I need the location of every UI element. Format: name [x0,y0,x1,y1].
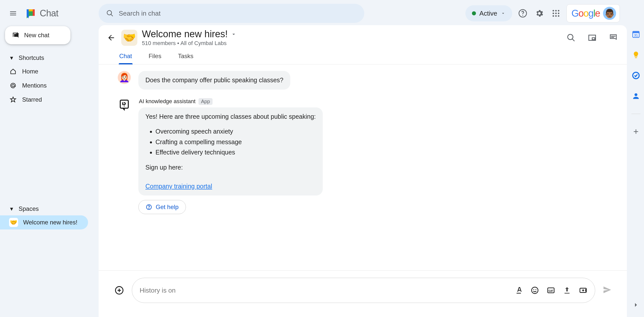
space-avatar: 🤝 [121,30,137,46]
contacts-app-icon[interactable] [631,92,640,101]
new-chat-label: New chat [24,32,49,39]
caret-down-icon: ▾ [9,205,14,212]
shortcuts-header[interactable]: ▾ Shortcuts [0,51,99,64]
svg-point-26 [634,93,637,96]
get-help-button[interactable]: Get help [138,200,186,214]
search-in-space-button[interactable] [565,32,577,44]
handshake-icon: 🤝 [9,218,18,227]
search-input[interactable]: Search in chat [99,4,364,23]
svg-point-6 [555,13,557,14]
search-icon [106,10,114,17]
space-title: Welcome new hires! [142,29,228,39]
apps-button[interactable] [550,7,562,19]
status-active-dot-icon [472,11,476,15]
message-composer[interactable]: GIF [132,278,595,303]
gif-icon[interactable]: GIF [547,286,555,295]
bot-message: Yes! Here are three upcoming classes abo… [138,107,323,196]
chevron-down-icon [501,11,506,16]
space-title-dropdown[interactable]: Welcome new hires! [142,29,237,39]
chat-logo[interactable]: Chat [25,7,58,19]
svg-point-1 [522,15,524,16]
app-badge: App [198,98,213,105]
user-avatar[interactable]: 👨🏾 [603,7,616,20]
user-message-text: Does the company offer public speaking c… [138,71,290,90]
space-subtitle: 510 members • All of Cymbal Labs [142,40,237,47]
nav-starred[interactable]: Starred [0,93,99,107]
keep-app-icon[interactable] [631,50,640,59]
account-switcher[interactable]: Google 👨🏾 [567,4,620,22]
pip-button[interactable] [586,32,598,44]
svg-point-2 [553,10,554,12]
list-item: Crafting a compelling message [155,137,316,147]
mention-icon [9,82,17,90]
svg-point-18 [535,289,536,290]
app-name: Chat [40,8,58,19]
help-circle-icon [146,204,152,210]
svg-point-3 [555,10,557,12]
nav-home[interactable]: Home [0,64,99,78]
help-button[interactable] [517,7,529,19]
training-portal-link[interactable]: Company training portal [145,183,212,190]
svg-point-5 [553,13,554,14]
svg-point-4 [558,10,559,12]
google-logo: Google [571,8,600,19]
main-menu-button[interactable] [7,7,19,19]
message-input[interactable] [140,287,512,294]
format-text-icon[interactable] [514,286,523,295]
svg-point-7 [558,13,559,14]
svg-text:GIF: GIF [549,289,553,292]
back-button[interactable] [106,32,117,43]
svg-text:31: 31 [634,33,638,37]
svg-point-16 [532,287,538,294]
svg-point-8 [553,15,554,17]
tab-chat[interactable]: Chat [118,49,134,64]
spaces-header[interactable]: ▾ Spaces [0,202,99,215]
upload-icon[interactable] [563,286,571,295]
nav-mentions[interactable]: Mentions [0,78,99,93]
calendar-app-icon[interactable]: 31 [631,30,640,39]
home-icon [9,67,17,75]
list-item: Overcoming speech anxiety [155,127,316,136]
new-chat-icon [12,31,19,39]
chat-logo-icon [25,7,37,19]
expand-side-panel-button[interactable] [631,300,640,309]
svg-point-12 [124,106,125,106]
tasks-app-icon[interactable] [631,71,640,80]
message-row-user: 👩🏻‍🦰 Does the company offer public speak… [118,71,617,90]
user-message-avatar: 👩🏻‍🦰 [118,71,131,84]
svg-point-9 [555,15,557,17]
send-button[interactable] [602,285,613,296]
toggle-panel-button[interactable] [607,32,619,44]
bot-name: AI knowledge assistant [139,98,195,105]
svg-point-0 [12,84,14,87]
settings-button[interactable] [533,7,545,19]
caret-down-icon: ▾ [9,54,14,61]
star-icon [9,96,17,104]
new-chat-button[interactable]: New chat [5,26,70,44]
svg-point-10 [558,15,559,17]
chevron-down-icon [231,31,237,37]
tab-tasks[interactable]: Tasks [176,49,195,64]
list-item: Effective delivery techniques [155,148,316,157]
svg-point-14 [149,208,149,209]
svg-point-17 [533,289,534,290]
message-row-bot: AI knowledge assistant App Yes! Here are… [118,98,617,214]
add-attachment-button[interactable] [114,285,125,296]
space-item-welcome-new-hires[interactable]: 🤝 Welcome new hires! [0,215,88,229]
tab-files[interactable]: Files [147,49,163,64]
video-call-icon[interactable] [579,286,587,295]
bot-avatar [118,98,131,111]
status-selector[interactable]: Active [465,5,512,21]
search-placeholder: Search in chat [119,10,160,17]
add-addon-button[interactable] [631,127,640,136]
emoji-icon[interactable] [531,286,539,295]
